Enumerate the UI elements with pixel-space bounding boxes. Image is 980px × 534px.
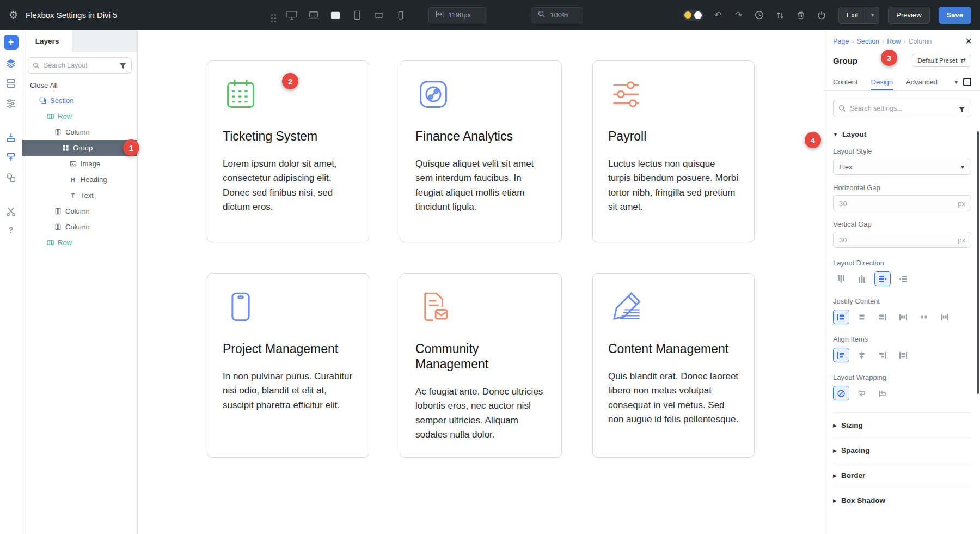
layer-item-column[interactable]: Column xyxy=(22,203,137,219)
wrap-reverse-icon[interactable] xyxy=(874,386,891,400)
direction-column-icon[interactable] xyxy=(833,271,849,286)
direction-row-icon[interactable] xyxy=(874,271,891,286)
exit-button[interactable]: Exit xyxy=(838,7,867,24)
breadcrumb-section[interactable]: Section xyxy=(856,38,879,45)
undo-icon[interactable]: ↶ xyxy=(710,7,726,23)
page-title: Flexbox Settings in Divi 5 xyxy=(26,10,117,20)
layout-wrapping-label: Layout Wrapping xyxy=(833,373,971,381)
filter-funnel-icon[interactable] xyxy=(958,105,965,115)
tab-advanced[interactable]: Advanced xyxy=(906,74,938,90)
align-stretch-icon[interactable] xyxy=(895,348,911,362)
wrap-icon[interactable] xyxy=(854,386,870,400)
device-phone-icon[interactable] xyxy=(393,7,409,23)
device-tablet-icon[interactable] xyxy=(349,7,365,23)
layout-style-select[interactable]: Flex ▼ xyxy=(833,159,971,175)
section-border-header[interactable]: ▶ Border xyxy=(833,463,971,488)
redo-icon[interactable]: ↷ xyxy=(731,7,747,23)
exit-chevron-down-icon[interactable]: ▾ xyxy=(866,7,879,24)
tools-scissors-icon[interactable] xyxy=(4,205,17,218)
breadcrumb-row[interactable]: Row xyxy=(887,38,901,45)
tab-content[interactable]: Content xyxy=(833,74,858,90)
sliders-icon[interactable] xyxy=(4,97,17,110)
preview-button[interactable]: Preview xyxy=(888,7,929,24)
settings-search-input[interactable] xyxy=(833,100,971,117)
justify-center-icon[interactable] xyxy=(854,310,870,324)
layer-item-row[interactable]: Row xyxy=(22,235,137,251)
close-all-link[interactable]: Close All xyxy=(22,77,137,93)
card-content-management[interactable]: Content Management Quis blandit erat. Do… xyxy=(592,273,755,458)
card-payroll[interactable]: Payroll Luctus lectus non quisque turpis… xyxy=(592,60,755,242)
settings-gear-icon[interactable]: ⚙ xyxy=(9,9,18,21)
chain-link-icon xyxy=(415,76,451,112)
horizontal-gap-input[interactable]: 30 px xyxy=(833,195,971,211)
card-text: In non pulvinar purus. Curabitur nisi od… xyxy=(223,369,353,412)
topbar-left: ⚙ Flexbox Settings in Divi 5 xyxy=(9,9,172,21)
add-module-button[interactable]: + xyxy=(4,35,19,50)
device-phone-landscape-icon[interactable] xyxy=(371,7,387,23)
section-spacing-header[interactable]: ▶ Spacing xyxy=(833,438,971,463)
section-sizing-header[interactable]: ▶ Sizing xyxy=(833,412,971,438)
card-project-management[interactable]: Project Management In non pulvinar purus… xyxy=(207,273,369,458)
card-community-management[interactable]: Community Management Ac feugiat ante. Do… xyxy=(400,273,562,458)
canvas-zoom-control[interactable]: 100% xyxy=(531,7,583,23)
pages-icon[interactable] xyxy=(4,77,17,90)
no-wrap-icon[interactable] xyxy=(833,386,849,400)
layers-icon[interactable] xyxy=(4,57,17,70)
preset-style-box-icon[interactable] xyxy=(963,78,971,86)
direction-column-reverse-icon[interactable] xyxy=(854,271,870,286)
theme-toggle[interactable] xyxy=(683,10,703,21)
justify-between-icon[interactable] xyxy=(895,310,911,324)
chevron-down-icon[interactable]: ▾ xyxy=(955,79,958,85)
card-text: Lorem ipsum dolor sit amet, consectetur … xyxy=(223,157,353,214)
width-arrows-icon xyxy=(436,10,444,20)
insert-above-icon[interactable] xyxy=(4,131,17,144)
justify-around-icon[interactable] xyxy=(916,310,932,324)
panel-scrollbar[interactable] xyxy=(977,131,979,394)
layer-item-column[interactable]: Column xyxy=(22,219,137,235)
section-layout-header[interactable]: ▼ Layout xyxy=(833,130,971,138)
history-icon[interactable] xyxy=(751,7,768,23)
layers-search-input[interactable] xyxy=(28,57,132,74)
vertical-gap-input[interactable]: 30 px xyxy=(833,232,971,248)
insert-below-icon[interactable] xyxy=(4,151,17,164)
justify-end-icon[interactable] xyxy=(874,310,891,324)
tab-layers[interactable]: Layers xyxy=(22,30,72,52)
layout-direction-label: Layout Direction xyxy=(833,259,971,267)
layer-item-text[interactable]: T Text xyxy=(22,187,137,203)
tab-design[interactable]: Design xyxy=(871,74,893,90)
help-icon[interactable]: ? xyxy=(8,225,13,234)
drag-handle-icon[interactable] xyxy=(271,14,276,16)
align-end-icon[interactable] xyxy=(874,348,891,362)
close-icon[interactable]: ✕ xyxy=(965,37,972,46)
layer-item-row[interactable]: Row xyxy=(22,108,137,124)
layer-item-image[interactable]: Image xyxy=(22,156,137,172)
device-tablet-landscape-icon[interactable] xyxy=(327,7,344,23)
save-button[interactable]: Save xyxy=(939,7,971,24)
card-text: Quisque aliquet velit sit amet sem inter… xyxy=(415,157,546,214)
align-center-icon[interactable] xyxy=(854,348,870,362)
settings-search-row xyxy=(833,100,971,117)
default-preset-button[interactable]: Default Preset ⇄ xyxy=(912,54,971,67)
direction-row-reverse-icon[interactable] xyxy=(895,271,911,286)
trash-icon[interactable] xyxy=(793,7,809,23)
portability-power-icon[interactable] xyxy=(813,7,830,23)
layer-item-column[interactable]: Column xyxy=(22,124,137,140)
justify-evenly-icon[interactable] xyxy=(936,310,953,324)
layer-item-group[interactable]: Group 1 xyxy=(22,140,137,156)
sort-arrows-icon[interactable] xyxy=(772,7,788,23)
layer-item-heading[interactable]: H Heading xyxy=(22,172,137,187)
breadcrumb-page[interactable]: Page xyxy=(833,38,849,45)
filter-funnel-icon[interactable] xyxy=(119,62,126,71)
device-desktop-icon[interactable] xyxy=(284,7,300,23)
layer-item-section[interactable]: Section xyxy=(22,93,137,108)
align-start-icon[interactable] xyxy=(833,348,849,362)
canvas-width-control[interactable]: 1198px xyxy=(428,7,487,23)
section-box-shadow-header[interactable]: ▶ Box Shadow xyxy=(833,488,971,513)
column-icon xyxy=(54,223,62,231)
image-icon xyxy=(69,160,77,168)
shapes-icon[interactable] xyxy=(4,171,17,184)
justify-start-icon[interactable] xyxy=(833,310,849,324)
card-finance-analytics[interactable]: Finance Analytics Quisque aliquet velit … xyxy=(400,60,562,242)
device-laptop-icon[interactable] xyxy=(305,7,322,23)
builder-canvas[interactable]: Ticketing System Lorem ipsum dolor sit a… xyxy=(138,30,824,534)
